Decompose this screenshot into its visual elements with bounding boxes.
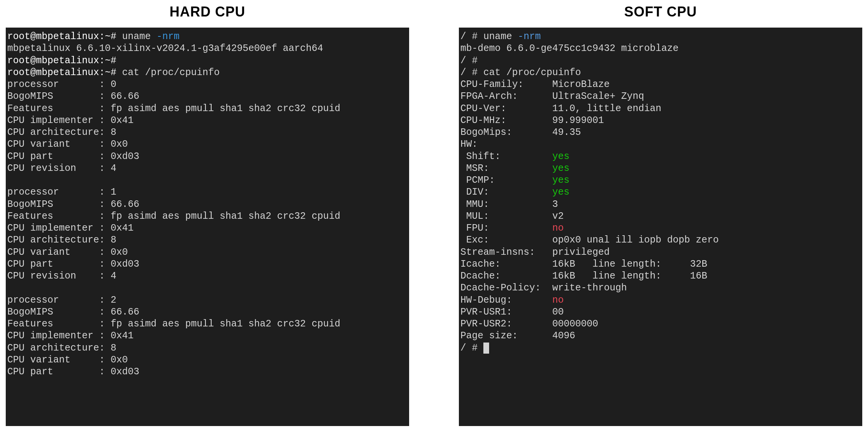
prompt: / # — [460, 31, 483, 42]
prompt: / # — [460, 343, 483, 354]
hard-cpu-terminal[interactable]: root@mbpetalinux:~# uname -nrm mbpetalin… — [6, 28, 409, 426]
cpuinfo-label: CPU-MHz: — [460, 115, 552, 126]
uname-flag: -nrm — [518, 31, 541, 42]
post-row-value: 16kB line length: 32B — [552, 259, 707, 270]
cpuinfo-line: CPU architecture: 8 — [7, 343, 116, 354]
post-row-value: 00 — [552, 307, 564, 318]
cpuinfo-line: CPU part : 0xd03 — [7, 151, 139, 162]
cpuinfo-line: CPU architecture: 8 — [7, 234, 116, 246]
cpuinfo-line: CPU part : 0xd03 — [7, 366, 139, 377]
hw-row-label: MSR: — [460, 163, 552, 174]
cpuinfo-value: 99.999001 — [552, 115, 604, 126]
post-row-label: Page size: — [460, 330, 552, 341]
cpuinfo-line: processor : 1 — [7, 187, 116, 198]
prompt: root@mbpetalinux:~# — [7, 55, 122, 66]
cpuinfo-line: Features : fp asimd aes pmull sha1 sha2 … — [7, 103, 340, 114]
cpuinfo-line: CPU revision : 4 — [7, 163, 116, 174]
post-row-value: 16kB line length: 16B — [552, 270, 707, 282]
cpuinfo-label: BogoMips: — [460, 127, 552, 138]
post-row-value: privileged — [552, 247, 610, 258]
soft-cpu-column: SOFT CPU / # uname -nrm mb-demo 6.6.0-ge… — [459, 4, 862, 426]
cpuinfo-value: 49.35 — [552, 127, 581, 138]
hw-row-value: 3 — [552, 199, 558, 210]
cpuinfo-line: CPU variant : 0x0 — [7, 247, 128, 258]
cpuinfo-line: CPU part : 0xd03 — [7, 259, 139, 270]
cpuinfo-line: Features : fp asimd aes pmull sha1 sha2 … — [7, 318, 340, 329]
post-row-label: PVR-USR2: — [460, 318, 552, 329]
post-row-label: Icache: — [460, 259, 552, 270]
cpuinfo-line: BogoMIPS : 66.66 — [7, 307, 139, 318]
uname-output: mb-demo 6.6.0-ge475cc1c9432 microblaze — [460, 43, 679, 54]
soft-cpu-heading: SOFT CPU — [459, 4, 862, 20]
post-row-label: Dcache-Policy: — [460, 282, 552, 293]
uname-cmd: uname — [483, 31, 518, 42]
cpuinfo-line: processor : 2 — [7, 295, 116, 306]
hw-row-label: MUL: — [460, 211, 552, 222]
hw-row-label: MMU: — [460, 199, 552, 210]
hard-cpu-heading: HARD CPU — [6, 4, 409, 20]
post-row-value: 00000000 — [552, 318, 598, 329]
cpuinfo-line: BogoMIPS : 66.66 — [7, 91, 139, 102]
soft-cpu-terminal[interactable]: / # uname -nrm mb-demo 6.6.0-ge475cc1c94… — [459, 28, 862, 426]
post-row-label: PVR-USR1: — [460, 307, 552, 318]
cpuinfo-line: processor : 0 — [7, 79, 116, 90]
hw-row-label: PCMP: — [460, 175, 552, 186]
post-row-label: Stream-insns: — [460, 247, 552, 258]
prompt: root@mbpetalinux:~# — [7, 67, 122, 78]
hw-row-value: v2 — [552, 211, 564, 222]
cpuinfo-value: 11.0, little endian — [552, 103, 661, 114]
cpuinfo-label: CPU-Ver: — [460, 103, 552, 114]
post-row-value: 4096 — [552, 330, 575, 341]
hw-label: HW: — [460, 139, 478, 150]
post-row-label: HW-Debug: — [460, 295, 552, 306]
cpuinfo-line: CPU architecture: 8 — [7, 127, 116, 138]
cpuinfo-label: CPU-Family: — [460, 79, 552, 90]
cpuinfo-value: MicroBlaze — [552, 79, 610, 90]
hw-row-value: yes — [552, 175, 569, 186]
hw-row-label: Shift: — [460, 151, 552, 162]
cat-cmd: cat /proc/cpuinfo — [483, 67, 581, 78]
cpuinfo-value: UltraScale+ Zynq — [552, 91, 644, 102]
cpuinfo-line: Features : fp asimd aes pmull sha1 sha2 … — [7, 211, 340, 222]
cpuinfo-line: CPU implementer : 0x41 — [7, 330, 134, 341]
hw-row-label: Exc: — [460, 234, 552, 246]
post-row-label: Dcache: — [460, 270, 552, 282]
cpuinfo-label: FPGA-Arch: — [460, 91, 552, 102]
cpuinfo-line: CPU variant : 0x0 — [7, 354, 128, 366]
hw-row-value: yes — [552, 163, 569, 174]
page-container: HARD CPU root@mbpetalinux:~# uname -nrm … — [6, 4, 862, 426]
prompt: / # — [460, 67, 483, 78]
cursor-icon — [483, 343, 489, 354]
prompt: / # — [460, 55, 483, 66]
cpuinfo-line: CPU revision : 4 — [7, 270, 116, 282]
cpuinfo-line: CPU variant : 0x0 — [7, 139, 128, 150]
hw-row-label: FPU: — [460, 223, 552, 234]
post-row-value: write-through — [552, 282, 627, 293]
post-row-value: no — [552, 295, 564, 306]
hw-row-value: op0x0 unal ill iopb dopb zero — [552, 234, 719, 246]
hw-row-value: yes — [552, 151, 569, 162]
uname-flag: -nrm — [157, 31, 179, 42]
hw-row-label: DIV: — [460, 187, 552, 198]
hw-row-value: yes — [552, 187, 569, 198]
uname-cmd: uname — [122, 31, 157, 42]
cat-cmd: cat /proc/cpuinfo — [122, 67, 220, 78]
hard-cpu-column: HARD CPU root@mbpetalinux:~# uname -nrm … — [6, 4, 409, 426]
prompt: root@mbpetalinux:~# — [7, 31, 122, 42]
cpuinfo-line: CPU implementer : 0x41 — [7, 115, 134, 126]
uname-output: mbpetalinux 6.6.10-xilinx-v2024.1-g3af42… — [7, 43, 323, 54]
cpuinfo-line: BogoMIPS : 66.66 — [7, 199, 139, 210]
cpuinfo-line: CPU implementer : 0x41 — [7, 223, 134, 234]
hw-row-value: no — [552, 223, 564, 234]
